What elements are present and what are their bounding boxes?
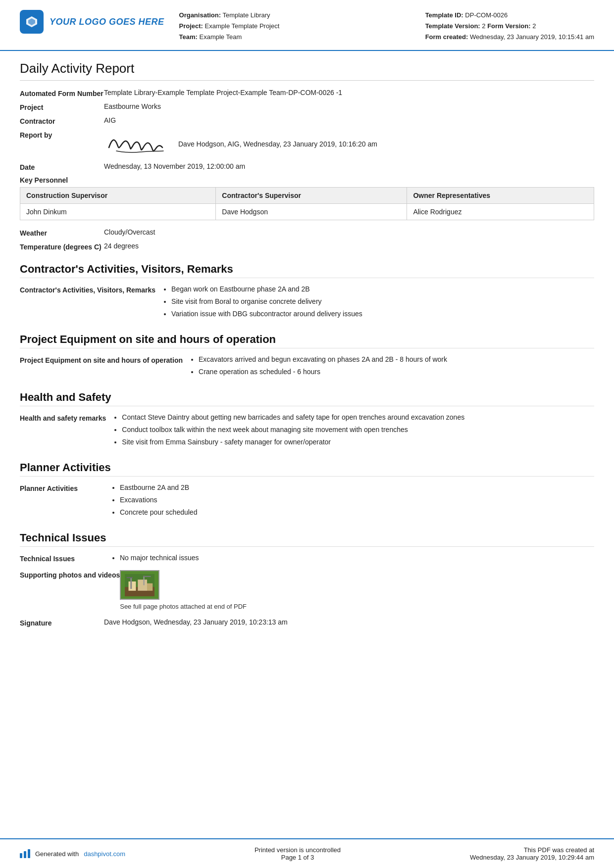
template-id-row: Template ID: DP-COM-0026 bbox=[425, 10, 594, 21]
contractors-activities-section: Contractor's Activities, Visitors, Remar… bbox=[20, 284, 594, 321]
header: YOUR LOGO GOES HERE Organisation: Templa… bbox=[0, 0, 614, 51]
template-version-value: 2 bbox=[482, 22, 485, 30]
generated-text: Generated with bbox=[35, 850, 79, 858]
weather-row: Weather Cloudy/Overcast bbox=[20, 228, 594, 237]
personnel-data-row: John Dinkum Dave Hodgson Alice Rodriguez bbox=[20, 204, 594, 220]
list-item: Eastbourne 2A and 2B bbox=[120, 482, 594, 493]
list-item: Contact Steve Daintry about getting new … bbox=[122, 412, 594, 423]
report-by-value-area: Dave Hodgson, AIG, Wednesday, 23 January… bbox=[104, 130, 594, 157]
dashpivot-link[interactable]: dashpivot.com bbox=[84, 850, 125, 858]
main-content: Daily Activity Report Automated Form Num… bbox=[0, 51, 614, 838]
key-personnel-heading-row: Key Personnel bbox=[20, 176, 594, 184]
footer-center: Printed version is uncontrolled Page 1 o… bbox=[255, 846, 341, 861]
bar1 bbox=[20, 853, 22, 858]
contractor-row: Contractor AIG bbox=[20, 116, 594, 125]
date-label: Date bbox=[20, 162, 104, 171]
form-version-label: Form Version: bbox=[487, 22, 530, 30]
supporting-photos-area: See full page photos attached at end of … bbox=[120, 570, 594, 610]
list-item: Site visit from Emma Sainsbury - safety … bbox=[122, 437, 594, 447]
project-row: Project: Example Template Project bbox=[179, 21, 425, 32]
form-version-value: 2 bbox=[532, 22, 536, 30]
footer-center-line2: Page 1 of 3 bbox=[255, 854, 341, 861]
health-safety-heading: Health and Safety bbox=[20, 391, 594, 406]
bar3 bbox=[28, 849, 30, 858]
list-item: Conduct toolbox talk within the next wee… bbox=[122, 425, 594, 435]
page: YOUR LOGO GOES HERE Organisation: Templa… bbox=[0, 0, 614, 868]
logo-svg bbox=[24, 14, 39, 29]
col-contractors-supervisor: Contractor's Supervisor bbox=[216, 188, 407, 204]
signature-value: Dave Hodgson, Wednesday, 23 January 2019… bbox=[104, 618, 594, 626]
list-item: Crane operation as scheduled - 6 hours bbox=[199, 367, 594, 377]
template-id-value: DP-COM-0026 bbox=[465, 11, 508, 19]
contractors-activities-list: Began work on Eastbourne phase 2A and 2B… bbox=[155, 284, 594, 321]
svg-rect-4 bbox=[147, 583, 153, 591]
project-field-value: Eastbourne Works bbox=[104, 102, 594, 110]
temperature-label: Temperature (degrees C) bbox=[20, 242, 104, 251]
footer-right-line1: This PDF was created at bbox=[470, 846, 594, 854]
list-item: No major technical issues bbox=[120, 553, 594, 563]
cell-owner-representatives: Alice Rodriguez bbox=[407, 204, 594, 220]
contractor-label: Contractor bbox=[20, 116, 104, 125]
technical-issues-list: No major technical issues bbox=[104, 553, 594, 565]
photo-thumbnail bbox=[120, 570, 159, 600]
automated-form-label: Automated Form Number bbox=[20, 89, 104, 97]
technical-issues-heading: Technical Issues bbox=[20, 531, 594, 547]
list-item: Excavations bbox=[120, 495, 594, 505]
logo-area: YOUR LOGO GOES HERE bbox=[20, 10, 164, 34]
list-item: Concrete pour scheduled bbox=[120, 507, 594, 518]
team-label: Team: bbox=[179, 33, 198, 41]
cell-construction-supervisor: John Dinkum bbox=[20, 204, 216, 220]
personnel-table: Construction Supervisor Contractor's Sup… bbox=[20, 187, 594, 220]
logo-icon bbox=[20, 10, 44, 34]
supporting-photos-label: Supporting photos and videos bbox=[20, 570, 120, 579]
svg-rect-2 bbox=[129, 581, 136, 591]
bar2 bbox=[24, 851, 26, 858]
svg-rect-6 bbox=[127, 577, 133, 578]
project-field-label: Project bbox=[20, 102, 104, 111]
project-equipment-section: Project Equipment on site and hours of o… bbox=[20, 354, 594, 379]
health-safety-section: Health and safety remarks Contact Steve … bbox=[20, 412, 594, 449]
thumbnail-svg bbox=[125, 574, 154, 596]
planner-activities-label: Planner Activities bbox=[20, 482, 104, 494]
report-title: Daily Activity Report bbox=[20, 61, 594, 81]
svg-rect-5 bbox=[130, 578, 132, 589]
template-version-row: Template Version: 2 Form Version: 2 bbox=[425, 21, 594, 32]
header-right: Template ID: DP-COM-0026 Template Versio… bbox=[425, 10, 594, 43]
footer: Generated with dashpivot.com Printed ver… bbox=[0, 838, 614, 868]
automated-form-row: Automated Form Number Template Library-E… bbox=[20, 89, 594, 97]
photo-caption: See full page photos attached at end of … bbox=[120, 603, 594, 610]
signature-row: Signature Dave Hodgson, Wednesday, 23 Ja… bbox=[20, 618, 594, 627]
temperature-row: Temperature (degrees C) 24 degrees bbox=[20, 242, 594, 251]
signature-label: Signature bbox=[20, 618, 104, 627]
date-row: Date Wednesday, 13 November 2019, 12:00:… bbox=[20, 162, 594, 171]
planner-activities-section: Planner Activities Eastbourne 2A and 2B … bbox=[20, 482, 594, 520]
team-value: Example Team bbox=[199, 33, 242, 41]
project-equipment-list: Excavators arrived and begun excavating … bbox=[183, 354, 594, 379]
form-created-value: Wednesday, 23 January 2019, 10:15:41 am bbox=[470, 33, 594, 41]
list-item: Variation issue with DBG subcontractor a… bbox=[171, 309, 594, 319]
project-label: Project: bbox=[179, 22, 203, 30]
signature-image bbox=[104, 130, 168, 157]
supporting-photos-row: Supporting photos and videos bbox=[20, 570, 594, 610]
contractors-activities-heading: Contractor's Activities, Visitors, Remar… bbox=[20, 263, 594, 278]
col-construction-supervisor: Construction Supervisor bbox=[20, 188, 216, 204]
footer-left: Generated with dashpivot.com bbox=[20, 849, 125, 858]
svg-rect-8 bbox=[144, 576, 151, 577]
project-row: Project Eastbourne Works bbox=[20, 102, 594, 111]
dashpivot-icon bbox=[20, 849, 30, 858]
cell-contractors-supervisor: Dave Hodgson bbox=[216, 204, 407, 220]
org-row: Organisation: Template Library bbox=[179, 10, 425, 21]
list-item: Excavators arrived and begun excavating … bbox=[199, 354, 594, 365]
svg-rect-3 bbox=[138, 579, 147, 591]
personnel-header-row: Construction Supervisor Contractor's Sup… bbox=[20, 188, 594, 204]
key-personnel-label: Key Personnel bbox=[20, 176, 68, 184]
list-item: Began work on Eastbourne phase 2A and 2B bbox=[171, 284, 594, 294]
technical-issues-section: Technical Issues No major technical issu… bbox=[20, 553, 594, 565]
planner-activities-heading: Planner Activities bbox=[20, 461, 594, 477]
header-meta: Organisation: Template Library Project: … bbox=[179, 10, 425, 43]
org-value: Template Library bbox=[222, 11, 270, 19]
signature-svg bbox=[104, 130, 168, 157]
weather-label: Weather bbox=[20, 228, 104, 237]
form-created-label: Form created: bbox=[425, 33, 468, 41]
footer-right-line2: Wednesday, 23 January 2019, 10:29:44 am bbox=[470, 854, 594, 861]
